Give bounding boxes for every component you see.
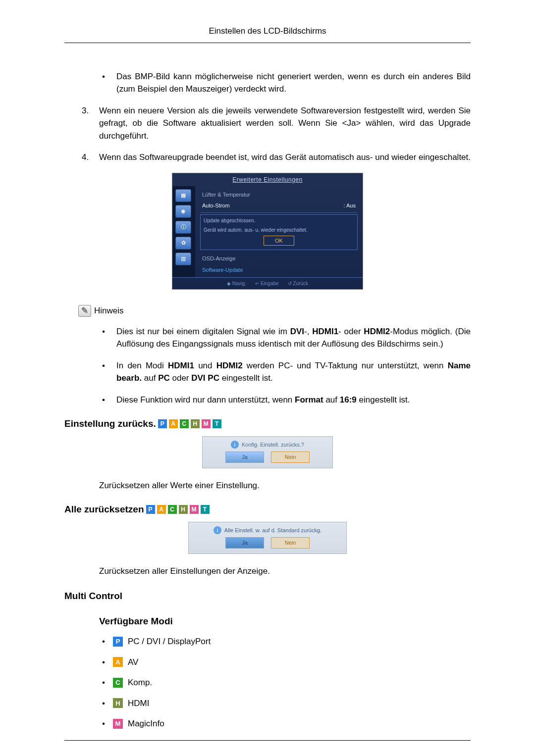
mode-label: Komp. bbox=[128, 676, 152, 689]
bullet-icon bbox=[99, 359, 116, 385]
sub-bullet-block: Das BMP-Bild kann möglicherweise nicht g… bbox=[99, 70, 471, 96]
list-number: 4. bbox=[82, 151, 99, 164]
osd-ok-button[interactable]: OK bbox=[264, 236, 294, 246]
bullet-icon bbox=[99, 697, 108, 710]
dialog-yes-button[interactable]: Ja bbox=[225, 537, 264, 549]
mode-item-magicinfo: M MagicInfo bbox=[99, 717, 471, 730]
mode-item-hdmi: H HDMI bbox=[99, 697, 471, 710]
osd-icon-setup[interactable]: ✿ bbox=[175, 237, 191, 250]
bullet-icon bbox=[99, 394, 116, 406]
numbered-item-3: 3. Wenn ein neuere Version als die jewei… bbox=[82, 104, 471, 143]
mode-label: HDMI bbox=[128, 697, 149, 710]
mode-tag-m: M bbox=[113, 719, 123, 729]
note-icon: ✎ bbox=[78, 305, 91, 317]
list-number: 3. bbox=[82, 104, 99, 143]
section-heading-multi-control: Multi Control bbox=[64, 589, 471, 604]
bullet-icon bbox=[99, 656, 108, 669]
dialog-no-button[interactable]: Nein bbox=[271, 537, 310, 549]
mode-label: AV bbox=[128, 656, 138, 669]
osd-title: Erweiterte Einstellungen bbox=[172, 173, 363, 186]
mode-tag-p: P bbox=[158, 419, 167, 428]
mode-item-pc: P PC / DVI / DisplayPort bbox=[99, 635, 471, 648]
bullet-icon bbox=[99, 325, 116, 351]
mode-item-av: A AV bbox=[99, 656, 471, 669]
mode-tag-h: H bbox=[179, 505, 188, 514]
osd-panel: Erweiterte Einstellungen ▦ ◉ ⓘ ✿ ▥ Lüfte… bbox=[172, 173, 363, 290]
body-text: Zurücksetzen aller Einstellungen der Anz… bbox=[99, 565, 471, 578]
mode-tag-c: C bbox=[113, 678, 123, 688]
subsection-heading-available-modes: Verfügbare Modi bbox=[99, 614, 471, 629]
osd-update-popup: Update abgeschlossen. Gerät wird autom. … bbox=[200, 214, 358, 251]
body-text: In den Modi HDMI1 und HDMI2 werden PC- u… bbox=[116, 359, 471, 385]
dialog-message: Alle Einstell. w. auf d. Standard zurück… bbox=[224, 526, 321, 535]
page-header: Einstellen des LCD-Bildschirms bbox=[64, 25, 471, 43]
info-icon: i bbox=[231, 441, 239, 449]
body-text: Dies ist nur bei einem digitalen Signal … bbox=[116, 325, 471, 351]
section-heading-reset-all: Alle zurücksetzen bbox=[64, 503, 144, 517]
numbered-item-4: 4. Wenn das Softwareupgrade beendet ist,… bbox=[82, 151, 471, 164]
osd-sidebar: ▦ ◉ ⓘ ✿ ▥ bbox=[172, 186, 195, 278]
body-text: Diese Funktion wird nur dann unterstützt… bbox=[116, 394, 471, 406]
osd-row-fan: Lüfter & Temperatur bbox=[200, 189, 358, 201]
body-text: Zurücksetzen aller Werte einer Einstellu… bbox=[99, 479, 471, 492]
info-icon: i bbox=[214, 526, 221, 534]
osd-row-swupdate: Software-Update bbox=[200, 264, 358, 276]
osd-icon-info[interactable]: ⓘ bbox=[175, 221, 191, 234]
bullet-icon bbox=[99, 676, 108, 689]
osd-icon-sound[interactable]: ◉ bbox=[175, 205, 191, 218]
body-text: Wenn das Softwareupgrade beendet ist, wi… bbox=[99, 151, 471, 164]
footer-rule bbox=[64, 740, 471, 741]
section-heading-reset-setting: Einstellung zurücks. bbox=[64, 417, 156, 431]
mode-tag-t: T bbox=[201, 505, 210, 514]
osd-footer: ◆ Navig. ↵ Eingabe ↺ Zurück bbox=[172, 277, 363, 289]
mode-tag-a: A bbox=[169, 419, 178, 428]
osd-row-osddisplay: OSD-Anzeige bbox=[200, 253, 358, 264]
mode-tag-p: P bbox=[146, 505, 155, 514]
mode-tag-m: M bbox=[190, 505, 199, 514]
mode-tag-a: A bbox=[157, 505, 166, 514]
mode-tag-c: C bbox=[168, 505, 177, 514]
dialog-yes-button[interactable]: Ja bbox=[225, 452, 264, 463]
dialog-no-button[interactable]: Nein bbox=[271, 452, 310, 463]
bullet-icon bbox=[99, 717, 108, 730]
bullet-icon bbox=[99, 635, 108, 648]
mode-tag-m: M bbox=[202, 419, 211, 428]
osd-icon-multi[interactable]: ▥ bbox=[175, 252, 191, 265]
mode-label: MagicInfo bbox=[128, 717, 164, 730]
osd-row-autopower: Auto-Strom: Aus bbox=[200, 200, 358, 211]
mode-tag-h: H bbox=[191, 419, 200, 428]
dialog-message: Konfig. Einstell. zurücks.? bbox=[242, 441, 304, 449]
mode-tag-c: C bbox=[180, 419, 189, 428]
mode-tag-h: H bbox=[113, 698, 123, 708]
reset-all-dialog: i Alle Einstell. w. auf d. Standard zurü… bbox=[188, 522, 347, 554]
bullet-icon bbox=[99, 70, 116, 96]
mode-label: PC / DVI / DisplayPort bbox=[128, 635, 211, 648]
mode-tag-a: A bbox=[113, 657, 123, 667]
note-label: Hinweis bbox=[94, 304, 124, 317]
mode-tag-t: T bbox=[213, 419, 221, 428]
reset-settings-dialog: i Konfig. Einstell. zurücks.? Ja Nein bbox=[202, 436, 333, 468]
body-text: Wenn ein neuere Version als die jeweils … bbox=[99, 104, 471, 143]
body-text: Das BMP-Bild kann möglicherweise nicht g… bbox=[116, 70, 471, 96]
osd-icon-picture[interactable]: ▦ bbox=[175, 189, 191, 202]
mode-tag-p: P bbox=[113, 637, 123, 647]
mode-item-comp: C Komp. bbox=[99, 676, 471, 689]
